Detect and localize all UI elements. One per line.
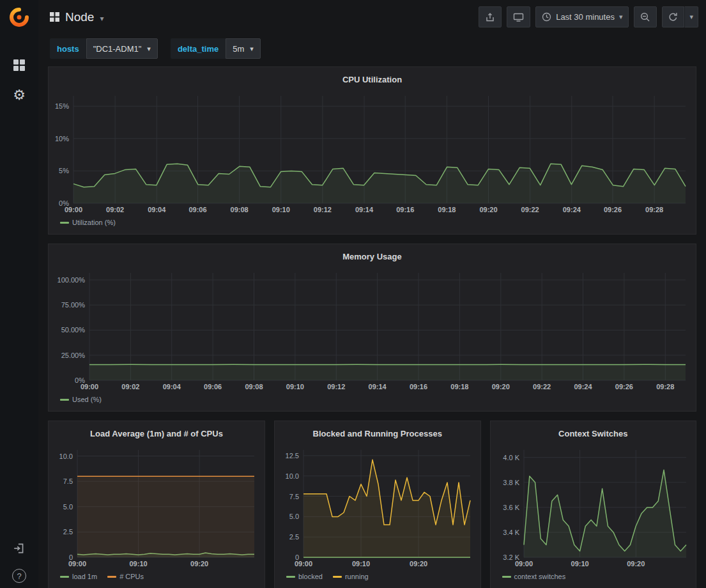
svg-text:3.2 K: 3.2 K xyxy=(503,553,519,561)
svg-text:09:14: 09:14 xyxy=(355,206,374,213)
svg-text:09:10: 09:10 xyxy=(286,383,304,391)
refresh-button[interactable] xyxy=(662,6,684,27)
chart-legend: load 1m# CPUs xyxy=(54,570,259,583)
variable-value-dropdown[interactable]: 5m ▾ xyxy=(226,38,261,59)
grafana-logo-icon[interactable] xyxy=(8,6,30,28)
page-title: Node xyxy=(65,10,94,24)
legend-item[interactable]: context switches xyxy=(502,573,566,580)
legend-color-icon xyxy=(60,399,69,401)
legend-item[interactable]: Used (%) xyxy=(60,396,102,403)
panel-cpu-utilization: CPU Utilization 09:0009:0209:0409:0609:0… xyxy=(48,66,696,235)
help-icon[interactable]: ? xyxy=(12,569,26,583)
bottom-panel-row: Load Average (1m) and # of CPUs 09:0009:… xyxy=(48,421,696,588)
svg-text:09:22: 09:22 xyxy=(533,383,551,391)
svg-text:2.5: 2.5 xyxy=(63,528,73,536)
navbar: Node ▾ Last 30 min xyxy=(38,0,706,34)
panel-title[interactable]: Blocked and Running Processes xyxy=(280,429,475,438)
chevron-down-icon: ▾ xyxy=(689,13,693,21)
legend-label: Used (%) xyxy=(72,396,102,403)
panel-blocked-running-processes: Blocked and Running Processes 09:0009:10… xyxy=(274,421,481,588)
legend-label: Utilization (%) xyxy=(72,219,116,226)
dashboard-title-menu[interactable]: Node ▾ xyxy=(50,10,104,24)
time-range-picker[interactable]: Last 30 minutes ▾ xyxy=(535,6,629,27)
share-button[interactable] xyxy=(479,6,502,27)
legend-item[interactable]: running xyxy=(333,573,369,580)
load-average-chart[interactable]: 09:0009:1009:2002.55.07.510.0 xyxy=(54,445,259,570)
svg-text:0: 0 xyxy=(69,553,73,561)
chevron-down-icon: ▾ xyxy=(147,45,151,53)
svg-text:10.0: 10.0 xyxy=(59,453,73,460)
svg-text:09:26: 09:26 xyxy=(615,383,633,391)
grafana-app: ⚙ ? Node ▾ xyxy=(0,0,706,588)
main-area: Node ▾ Last 30 min xyxy=(38,0,706,588)
legend-label: blocked xyxy=(298,573,323,580)
svg-text:09:12: 09:12 xyxy=(314,206,332,213)
svg-text:50.00%: 50.00% xyxy=(61,326,86,334)
svg-text:3.8 K: 3.8 K xyxy=(503,479,519,486)
chevron-down-icon: ▾ xyxy=(100,12,104,23)
blocked-running-chart[interactable]: 09:0009:1009:2002.55.07.510.012.5 xyxy=(280,445,475,570)
panel-title[interactable]: Memory Usage xyxy=(54,252,691,261)
chart-svg: 09:0009:1009:203.2 K3.4 K3.6 K3.8 K4.0 K xyxy=(496,445,691,570)
svg-text:25.00%: 25.00% xyxy=(61,352,86,359)
chart-legend: context switches xyxy=(496,570,691,583)
svg-text:09:24: 09:24 xyxy=(563,206,581,213)
svg-text:09:06: 09:06 xyxy=(188,206,206,213)
cpu-utilization-chart[interactable]: 09:0009:0209:0409:0609:0809:1009:1209:14… xyxy=(54,91,691,216)
legend-label: # CPUs xyxy=(119,573,144,580)
svg-text:7.5: 7.5 xyxy=(63,477,73,485)
dashboard-grid-icon xyxy=(50,12,59,22)
svg-text:09:16: 09:16 xyxy=(396,206,414,213)
svg-text:09:08: 09:08 xyxy=(231,206,249,213)
svg-text:5%: 5% xyxy=(59,167,69,174)
legend-item[interactable]: blocked xyxy=(286,573,323,580)
legend-item[interactable]: # CPUs xyxy=(107,573,144,580)
chevron-down-icon: ▾ xyxy=(619,13,623,21)
svg-text:09:14: 09:14 xyxy=(369,383,387,391)
panel-title[interactable]: Context Switches xyxy=(496,429,691,438)
chart-svg: 09:0009:1009:2002.55.07.510.012.5 xyxy=(280,445,475,570)
svg-text:09:10: 09:10 xyxy=(272,206,290,213)
legend-item[interactable]: load 1m xyxy=(60,573,97,580)
context-switches-chart[interactable]: 09:0009:1009:203.2 K3.4 K3.6 K3.8 K4.0 K xyxy=(496,445,691,570)
svg-text:09:04: 09:04 xyxy=(163,383,181,391)
settings-gear-icon[interactable]: ⚙ xyxy=(13,88,26,102)
svg-text:09:24: 09:24 xyxy=(574,383,592,391)
svg-text:09:12: 09:12 xyxy=(327,383,345,391)
svg-text:09:02: 09:02 xyxy=(106,206,124,213)
variable-label: hosts xyxy=(50,38,86,59)
legend-color-icon xyxy=(286,576,295,578)
panel-title[interactable]: Load Average (1m) and # of CPUs xyxy=(54,429,259,438)
sign-in-icon[interactable] xyxy=(13,542,26,555)
variable-value-dropdown[interactable]: "DC1-ADM1" ▾ xyxy=(86,38,158,59)
svg-text:09:22: 09:22 xyxy=(521,206,539,213)
tv-mode-button[interactable] xyxy=(507,6,530,27)
chevron-down-icon: ▾ xyxy=(250,45,254,53)
svg-text:0%: 0% xyxy=(75,376,85,384)
chart-svg: 09:0009:0209:0409:0609:0809:1009:1209:14… xyxy=(54,91,691,216)
variable-value: "DC1-ADM1" xyxy=(93,44,142,54)
svg-text:100.00%: 100.00% xyxy=(58,276,86,284)
svg-text:10.0: 10.0 xyxy=(286,472,299,480)
template-variables-row: hosts "DC1-ADM1" ▾ delta_time 5m ▾ xyxy=(38,34,706,66)
memory-usage-chart[interactable]: 09:0009:0209:0409:0609:0809:1009:1209:14… xyxy=(54,268,691,393)
time-range-label: Last 30 minutes xyxy=(556,12,615,22)
svg-text:09:04: 09:04 xyxy=(148,206,166,213)
svg-text:2.5: 2.5 xyxy=(289,533,299,541)
panel-memory-usage: Memory Usage 09:0009:0209:0409:0609:0809… xyxy=(48,244,696,412)
chart-legend: blockedrunning xyxy=(280,570,475,583)
zoom-out-button[interactable] xyxy=(634,6,657,27)
legend-color-icon xyxy=(502,576,511,578)
chart-legend: Utilization (%) xyxy=(54,216,691,229)
chart-svg: 09:0009:1009:2002.55.07.510.0 xyxy=(54,445,259,570)
legend-item[interactable]: Utilization (%) xyxy=(60,219,116,226)
svg-text:7.5: 7.5 xyxy=(289,493,299,500)
svg-text:09:10: 09:10 xyxy=(352,560,370,568)
svg-text:0: 0 xyxy=(295,553,299,561)
refresh-interval-caret-button[interactable]: ▾ xyxy=(684,6,698,27)
dashboards-icon[interactable] xyxy=(13,59,26,72)
variable-hosts: hosts "DC1-ADM1" ▾ xyxy=(50,38,158,59)
variable-value: 5m xyxy=(233,44,244,54)
svg-text:09:18: 09:18 xyxy=(450,383,468,391)
panel-title[interactable]: CPU Utilization xyxy=(54,75,691,84)
